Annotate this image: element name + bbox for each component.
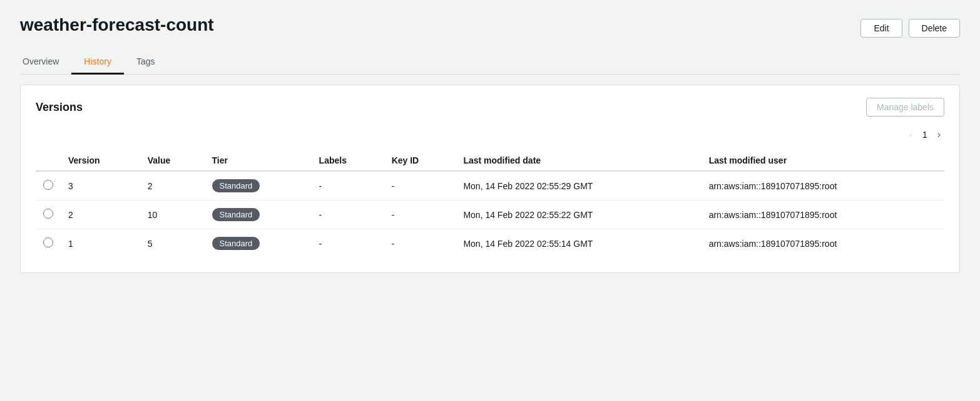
table-header-row: Version Value Tier Labels Key ID Last mo…	[36, 150, 944, 171]
cell-labels: -	[312, 229, 384, 258]
version-radio-1[interactable]	[43, 237, 53, 247]
col-value: Value	[140, 150, 205, 171]
tabs: Overview History Tags	[20, 50, 960, 75]
col-last-modified-user: Last modified user	[702, 150, 944, 171]
cell-key-id: -	[384, 200, 456, 229]
version-radio-3[interactable]	[43, 180, 53, 190]
cell-version: 1	[61, 229, 140, 258]
cell-tier: Standard	[205, 171, 312, 200]
next-page-button[interactable]: ›	[934, 127, 944, 143]
versions-table: Version Value Tier Labels Key ID Last mo…	[36, 150, 944, 258]
row-radio-cell[interactable]	[36, 171, 61, 200]
row-radio-cell[interactable]	[36, 229, 61, 258]
col-last-modified-date: Last modified date	[456, 150, 701, 171]
cell-key-id: -	[384, 171, 456, 200]
table-row: 2 10 Standard - - Mon, 14 Feb 2022 02:55…	[36, 200, 944, 229]
cell-value: 10	[140, 200, 205, 229]
page-title: weather-forecast-count	[20, 15, 214, 35]
cell-last-modified-date: Mon, 14 Feb 2022 02:55:22 GMT	[456, 200, 701, 229]
card-header: Versions Manage labels	[36, 98, 944, 117]
cell-key-id: -	[384, 229, 456, 258]
table-row: 1 5 Standard - - Mon, 14 Feb 2022 02:55:…	[36, 229, 944, 258]
version-radio-2[interactable]	[43, 209, 53, 219]
current-page: 1	[922, 130, 927, 140]
cell-version: 2	[61, 200, 140, 229]
col-labels: Labels	[312, 150, 384, 171]
header-actions: Edit Delete	[860, 19, 960, 38]
row-radio-cell[interactable]	[36, 200, 61, 229]
cell-value: 5	[140, 229, 205, 258]
col-key-id: Key ID	[384, 150, 456, 171]
cell-last-modified-user: arn:aws:iam::189107071895:root	[702, 200, 944, 229]
pagination: ‹ 1 ›	[36, 127, 944, 143]
tab-tags[interactable]: Tags	[124, 50, 168, 75]
versions-card: Versions Manage labels ‹ 1 › Version Val…	[20, 85, 960, 273]
table-row: 3 2 Standard - - Mon, 14 Feb 2022 02:55:…	[36, 171, 944, 200]
tab-history[interactable]: History	[71, 50, 124, 75]
edit-button[interactable]: Edit	[860, 19, 902, 38]
cell-tier: Standard	[205, 200, 312, 229]
cell-last-modified-date: Mon, 14 Feb 2022 02:55:14 GMT	[456, 229, 701, 258]
versions-title: Versions	[36, 101, 83, 114]
tab-overview[interactable]: Overview	[20, 50, 71, 75]
cell-last-modified-user: arn:aws:iam::189107071895:root	[702, 229, 944, 258]
col-version: Version	[61, 150, 140, 171]
cell-labels: -	[312, 200, 384, 229]
delete-button[interactable]: Delete	[909, 19, 960, 38]
cell-version: 3	[61, 171, 140, 200]
manage-labels-button[interactable]: Manage labels	[866, 98, 944, 117]
cell-last-modified-user: arn:aws:iam::189107071895:root	[702, 171, 944, 200]
col-select	[36, 150, 61, 171]
cell-last-modified-date: Mon, 14 Feb 2022 02:55:29 GMT	[456, 171, 701, 200]
cell-labels: -	[312, 171, 384, 200]
cell-value: 2	[140, 171, 205, 200]
col-tier: Tier	[205, 150, 312, 171]
prev-page-button[interactable]: ‹	[906, 127, 916, 143]
cell-tier: Standard	[205, 229, 312, 258]
